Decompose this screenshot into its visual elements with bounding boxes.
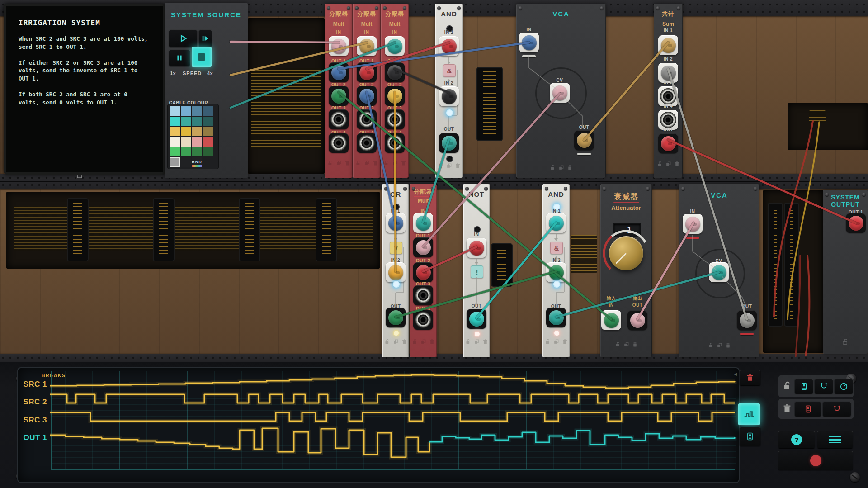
unlock-icon[interactable] bbox=[842, 338, 849, 346]
cable-colour-swatch[interactable] bbox=[192, 147, 202, 156]
lock-icon[interactable] bbox=[465, 339, 471, 345]
cable-colour-swatch[interactable] bbox=[192, 137, 202, 147]
cable-colour-swatch[interactable] bbox=[203, 117, 213, 126]
cable-colour-swatch[interactable] bbox=[203, 147, 213, 156]
module-vca-1[interactable]: VCA IN CV OUT bbox=[516, 4, 606, 178]
port-out2[interactable] bbox=[329, 86, 349, 106]
random-colour-button[interactable]: RND bbox=[192, 157, 202, 167]
cable-colour-swatch[interactable] bbox=[192, 117, 202, 126]
cable-colour-swatch[interactable] bbox=[203, 127, 213, 136]
port-label: IN 3 bbox=[654, 80, 683, 85]
copy-icon[interactable] bbox=[665, 161, 671, 167]
stop-button[interactable] bbox=[192, 47, 212, 67]
trash-icon[interactable] bbox=[429, 339, 435, 345]
module-sum[interactable]: 共计 Sum IN 1 IN 2 IN 3 IN 4 OUT bbox=[654, 4, 683, 178]
port-out4[interactable] bbox=[413, 310, 433, 330]
cable-colour-swatch[interactable] bbox=[170, 147, 180, 156]
trash-icon[interactable] bbox=[373, 160, 378, 166]
menu-button[interactable] bbox=[817, 431, 853, 448]
attenuation-knob[interactable] bbox=[609, 236, 643, 270]
trash-icon[interactable] bbox=[344, 160, 350, 166]
module-system-output[interactable]: SYSTEM OUTPUT OUT 1 bbox=[823, 190, 868, 354]
lock-icon[interactable] bbox=[384, 339, 390, 345]
copy-icon[interactable] bbox=[364, 160, 370, 166]
scope-row-label: SRC 2 bbox=[12, 398, 47, 407]
patch-cable[interactable] bbox=[395, 92, 396, 271]
module-icon bbox=[804, 405, 812, 413]
copy-icon[interactable] bbox=[553, 339, 559, 345]
scope-module-view-button[interactable] bbox=[740, 427, 760, 446]
cable-colour-swatch[interactable] bbox=[181, 157, 191, 167]
port-label: IN 2 bbox=[654, 57, 683, 62]
lock-icon[interactable] bbox=[708, 342, 714, 348]
copy-icon[interactable] bbox=[336, 160, 342, 166]
port-out[interactable] bbox=[439, 133, 459, 153]
trash-icon[interactable] bbox=[725, 342, 731, 348]
cable-colour-swatch[interactable] bbox=[203, 106, 213, 116]
copy-icon[interactable] bbox=[420, 339, 426, 345]
module-attenuator[interactable]: 衰减器 Attenuator -1 输入 IN 输出 OUT bbox=[600, 184, 652, 357]
cable-colour-swatch-selected[interactable] bbox=[170, 157, 180, 167]
module-vca-2[interactable]: VCA IN CV OUT bbox=[679, 184, 760, 357]
cable-colour-swatch[interactable] bbox=[170, 117, 180, 126]
copy-icon[interactable] bbox=[393, 339, 399, 345]
port-out4[interactable] bbox=[357, 133, 377, 153]
trash-icon[interactable] bbox=[674, 161, 680, 167]
cable-colour-swatch[interactable] bbox=[181, 137, 191, 147]
play-button[interactable] bbox=[169, 30, 197, 47]
lock-icon[interactable] bbox=[615, 341, 621, 347]
port-out3[interactable] bbox=[413, 285, 433, 305]
lock-icon[interactable] bbox=[550, 165, 556, 171]
cable-colour-swatch[interactable] bbox=[181, 106, 191, 116]
lock-icon[interactable] bbox=[412, 339, 418, 345]
step-button[interactable] bbox=[199, 30, 212, 47]
cable-colour-swatch[interactable] bbox=[181, 127, 191, 136]
lock-icon[interactable] bbox=[657, 161, 663, 167]
copy-icon[interactable] bbox=[558, 165, 564, 171]
lock-icon[interactable] bbox=[545, 339, 551, 345]
copy-icon[interactable] bbox=[717, 342, 722, 348]
lock-icon[interactable] bbox=[383, 160, 389, 166]
lock-icon[interactable] bbox=[327, 160, 333, 166]
scope-wave-view-button[interactable] bbox=[738, 403, 760, 425]
port-label: IN 1 bbox=[435, 30, 463, 35]
record-button[interactable] bbox=[778, 451, 853, 470]
port-in1[interactable] bbox=[658, 35, 678, 55]
cable-colour-swatch[interactable] bbox=[170, 127, 180, 136]
port-out4[interactable] bbox=[329, 133, 349, 153]
cable-colour-swatch[interactable] bbox=[192, 127, 202, 136]
scope-delete-button[interactable] bbox=[740, 370, 760, 385]
lock-knobs-button[interactable] bbox=[835, 379, 853, 393]
port-out3[interactable] bbox=[329, 109, 349, 129]
lock-icon[interactable] bbox=[355, 160, 361, 166]
trash-icon[interactable] bbox=[455, 163, 461, 169]
copy-icon[interactable] bbox=[474, 339, 480, 345]
delete-modules-button[interactable] bbox=[795, 402, 821, 416]
cable-colour-swatch[interactable] bbox=[181, 147, 191, 156]
trash-icon[interactable] bbox=[401, 160, 406, 166]
cable-colour-swatch[interactable] bbox=[181, 117, 191, 126]
cable-colour-swatch[interactable] bbox=[170, 106, 180, 116]
help-button[interactable]: ? bbox=[778, 431, 815, 448]
patch-cable[interactable] bbox=[231, 42, 339, 43]
trash-icon[interactable] bbox=[567, 165, 573, 171]
module-not[interactable]: NOT IN ! OUT bbox=[463, 184, 490, 357]
cable-colour-swatch[interactable] bbox=[192, 106, 202, 116]
pause-button[interactable] bbox=[169, 50, 190, 66]
module-mult-1[interactable]: 分配器 Mult IN OUT 1 OUT 2 OUT 3 OUT 4 bbox=[325, 4, 353, 178]
module-and-1[interactable]: AND IN 1 & IN 2 OUT bbox=[435, 4, 463, 178]
copy-icon[interactable] bbox=[623, 341, 629, 347]
module-mult-2[interactable]: 分配器 Mult IN OUT 1 OUT 2 OUT 3 OUT 4 bbox=[353, 4, 381, 178]
lock-cables-button[interactable] bbox=[815, 379, 833, 393]
trash-icon[interactable] bbox=[632, 341, 638, 347]
lock-modules-button[interactable] bbox=[795, 379, 813, 393]
trash-icon[interactable] bbox=[482, 339, 488, 345]
trash-icon[interactable] bbox=[401, 339, 407, 345]
trash-icon[interactable] bbox=[562, 339, 568, 345]
port-in[interactable] bbox=[329, 36, 349, 56]
delete-cables-button[interactable] bbox=[823, 402, 851, 416]
copy-icon[interactable] bbox=[446, 163, 452, 169]
module-title: VCA bbox=[679, 191, 760, 199]
cable-colour-swatch[interactable] bbox=[170, 137, 180, 147]
cable-colour-swatch[interactable] bbox=[203, 137, 213, 147]
